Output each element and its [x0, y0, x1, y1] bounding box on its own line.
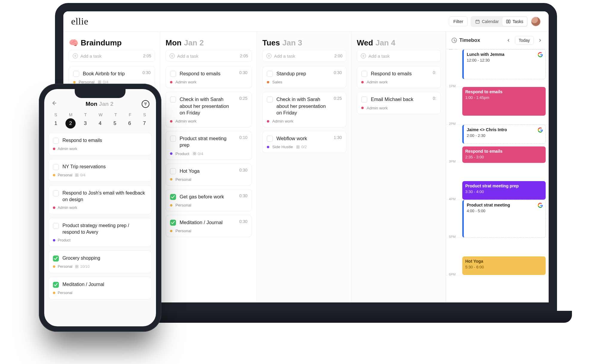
task-title: Meditation / Journal — [180, 219, 236, 226]
date-cell[interactable]: 7 — [139, 118, 149, 129]
task-card[interactable]: Meditation / Journal 0:30 Personal — [166, 215, 252, 237]
task-checkbox[interactable] — [267, 71, 273, 77]
task-card[interactable]: Get gas before work 0:30 Personal — [166, 189, 252, 211]
task-tag: Product — [58, 238, 71, 242]
task-checkbox[interactable] — [361, 97, 367, 103]
braindump-title-text: Braindump — [81, 38, 122, 48]
task-title: Meditation / Journal — [62, 281, 104, 288]
calendar-event[interactable]: Hot Yoga 5:30 - 6:00 — [462, 256, 546, 275]
day-add-task[interactable]: Add a task 2:00 — [262, 50, 346, 62]
date-cell[interactable]: 5 — [110, 118, 120, 129]
event-time: 2:00 - 2:30 — [467, 133, 542, 138]
task-checkbox[interactable] — [267, 136, 273, 142]
task-checkbox[interactable] — [53, 138, 59, 144]
svg-rect-15 — [76, 174, 77, 175]
calendar-event[interactable]: Respond to emails 2:35 - 3:00 — [462, 146, 546, 163]
braindump-add-task[interactable]: Add a task 2:05 — [69, 50, 155, 62]
calendar-tab[interactable]: Calendar — [472, 17, 502, 26]
svg-rect-21 — [77, 265, 78, 267]
svg-rect-0 — [476, 20, 479, 23]
phone-back[interactable] — [51, 100, 57, 108]
tasks-tab[interactable]: Tasks — [502, 17, 527, 26]
task-card[interactable]: Check in with Sarah about her presentati… — [262, 92, 346, 127]
phone-mockup: Mon Jan 2 SMTWTFS 1234567 Respond to ema… — [39, 84, 161, 332]
day-add-task[interactable]: Add a task 2:05 — [166, 50, 252, 62]
task-title: Respond to Josh's email with feedback on… — [62, 190, 147, 203]
date-cell[interactable]: 3 — [80, 118, 91, 129]
svg-rect-14 — [298, 147, 299, 148]
task-checkbox[interactable] — [53, 282, 59, 288]
event-time: 12:00 - 12:30 — [467, 58, 542, 63]
task-checkbox[interactable] — [267, 97, 273, 103]
category-dot — [53, 265, 55, 268]
task-card[interactable]: Standup prep 0:30 Sales — [262, 66, 346, 88]
task-tag: Personal — [175, 177, 191, 182]
task-checkbox[interactable] — [53, 190, 59, 196]
app-logo: ellie — [71, 16, 88, 27]
task-tag: Admin work — [58, 147, 77, 151]
task-checkbox[interactable] — [73, 71, 79, 77]
timebox-today[interactable]: Today — [515, 36, 534, 45]
topbar: ellie Filter Calendar Tasks — [63, 11, 549, 32]
task-tag: Personal — [175, 203, 191, 207]
task-checkbox[interactable] — [53, 164, 59, 170]
date-cell[interactable]: 1 — [51, 118, 61, 129]
event-title: Jaime <> Chris Intro — [467, 127, 542, 133]
task-duration: 0:30 — [239, 70, 247, 75]
avatar[interactable] — [531, 16, 541, 27]
task-card[interactable]: Meditation / Journal Personal — [48, 277, 152, 299]
task-title: Get gas before work — [180, 193, 236, 200]
add-task-time: 2:05 — [240, 53, 248, 58]
plus-icon — [73, 53, 78, 59]
day-add-task[interactable]: Add a task — [357, 50, 441, 62]
subtask-count: 10/10 — [75, 264, 89, 269]
calendar-event[interactable]: Jaime <> Chris Intro 2:00 - 2:30 — [462, 125, 546, 144]
task-tag: Admin work — [367, 106, 388, 110]
calendar-event[interactable]: Product strat meeting 4:00 - 5:00 — [462, 200, 546, 238]
task-card[interactable]: Email Michael back 0: Admin work — [357, 92, 441, 114]
task-checkbox[interactable] — [170, 97, 176, 103]
task-checkbox[interactable] — [170, 168, 176, 174]
timebox-prev[interactable] — [505, 37, 512, 44]
category-dot — [170, 230, 172, 232]
date-cell[interactable]: 6 — [125, 118, 135, 129]
plus-icon — [169, 53, 175, 59]
task-card[interactable]: Respond to emails 0:30 Admin work — [166, 66, 252, 88]
task-checkbox[interactable] — [170, 136, 176, 142]
calendar-event[interactable]: Lunch with Jemma 12:00 - 12:30 — [462, 49, 546, 79]
phone-filter[interactable] — [142, 100, 149, 108]
task-card[interactable]: Respond to emails Admin work — [48, 133, 152, 155]
category-dot — [53, 207, 55, 209]
filter-button[interactable]: Filter — [449, 16, 468, 26]
task-card[interactable]: Respond to emails 0: Admin work — [357, 66, 441, 88]
task-card[interactable]: NY Trip reservations Personal 0/4 — [48, 159, 152, 182]
task-card[interactable]: Webflow work 1:30 Side Hustle 0/2 — [262, 131, 346, 153]
task-card[interactable]: Grocery shopping Personal 10/10 — [48, 250, 152, 273]
task-card[interactable]: Product strat meeting prep 0:10 Product … — [166, 131, 252, 160]
task-checkbox[interactable] — [53, 256, 59, 261]
task-duration: 0:30 — [143, 70, 151, 75]
task-checkbox[interactable] — [170, 194, 176, 200]
task-tag: Side Hustle — [272, 145, 293, 149]
task-title: Hot Yoga — [180, 168, 236, 174]
task-checkbox[interactable] — [170, 220, 176, 226]
weekday-label: M — [69, 112, 73, 117]
category-dot — [267, 146, 269, 148]
task-checkbox[interactable] — [170, 71, 176, 77]
task-duration: 0:25 — [334, 96, 342, 101]
category-dot — [170, 178, 172, 181]
task-card[interactable]: Hot Yoga 0:30 Personal — [166, 163, 252, 186]
task-checkbox[interactable] — [361, 71, 367, 77]
task-card[interactable]: Respond to Josh's email with feedback on… — [48, 185, 152, 214]
task-card[interactable]: Check in with Sarah about her presentati… — [166, 92, 252, 127]
date-cell[interactable]: 2 — [65, 118, 76, 129]
hour-label: 6PM — [448, 273, 457, 276]
google-icon — [538, 52, 543, 57]
task-checkbox[interactable] — [53, 223, 59, 229]
calendar-event[interactable]: Product strat meeting prep 3:30 - 4:00 — [462, 181, 546, 200]
timebox-next[interactable] — [537, 37, 543, 44]
date-cell[interactable]: 4 — [95, 118, 105, 129]
hour-label: 3PM — [448, 160, 457, 163]
calendar-event[interactable]: Respond to emails 1:00 - 1:45pm — [462, 87, 546, 116]
task-card[interactable]: Product strategy meeting prep / respond … — [48, 218, 152, 247]
